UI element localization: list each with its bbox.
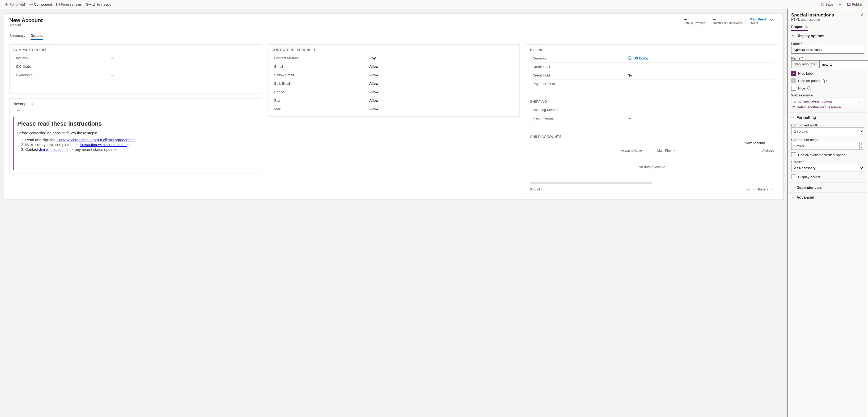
column-account-name[interactable]: Account Name↑ <box>530 149 657 153</box>
chevron-down-icon <box>791 186 795 189</box>
field-value: No <box>627 73 774 77</box>
tab-details[interactable]: Details <box>31 32 43 40</box>
grid-more-button[interactable]: ⋮ <box>768 141 774 145</box>
annual-revenue-value: --- <box>684 17 705 21</box>
field-value: Allow <box>369 82 516 86</box>
advanced-label: Advanced <box>797 195 814 199</box>
pager-first-button[interactable]: |◀ <box>746 188 749 191</box>
info-icon[interactable]: i <box>823 79 827 83</box>
owner-label: Owner <box>749 21 766 25</box>
field-fax[interactable]: FaxAllow <box>272 96 516 105</box>
publish-button[interactable]: Publish <box>845 1 865 7</box>
clients-training-link[interactable]: Interacting with clients training <box>80 142 130 147</box>
field-industry[interactable]: Industry --- <box>13 54 257 62</box>
scrolling-select[interactable]: As Necessary <box>791 164 864 172</box>
hide-label-checkbox[interactable]: ✓ Hide label <box>791 71 864 76</box>
currency-value: US Dollar <box>633 56 649 60</box>
save-label: Save <box>826 2 833 6</box>
column-address[interactable]: Address <box>715 149 774 153</box>
field-contact-method[interactable]: Contact MethodAny <box>272 54 516 62</box>
checkbox-unchecked-icon <box>791 174 796 179</box>
field-label: Mail <box>272 107 369 111</box>
field-shipping-method[interactable]: Shipping Method--- <box>530 106 774 114</box>
grid-scrollbar[interactable] <box>530 182 652 184</box>
info-icon[interactable]: i <box>807 86 811 90</box>
field-value: Any <box>369 56 516 60</box>
display-border-checkbox[interactable]: Display border <box>791 174 864 179</box>
step-down-button[interactable]: ▼ <box>860 146 864 150</box>
hide-checkbox[interactable]: Hide i <box>791 86 864 91</box>
dependencies-header[interactable]: Dependencies <box>787 183 868 192</box>
plus-icon <box>29 3 33 6</box>
tab-summary[interactable]: Summary <box>9 32 25 40</box>
field-credit-hold[interactable]: Credit HoldNo <box>530 71 774 80</box>
name-field-label: Name <box>791 56 864 60</box>
plus-icon <box>5 3 8 6</box>
web-resource-more-button[interactable]: ⋮ <box>858 99 862 103</box>
pager-next-button[interactable]: → <box>771 188 774 191</box>
billing-section: BILLING Currency $US Dollar Credit Limit… <box>526 44 778 91</box>
form-field-button[interactable]: Form field <box>3 1 27 7</box>
name-prefix: WebResource_ <box>791 60 819 68</box>
field-value: Allow <box>369 90 516 94</box>
contoso-commitment-link[interactable]: Contoso commitment to our clients agreee… <box>57 138 135 142</box>
chevron-down-icon <box>791 196 795 199</box>
field-phone[interactable]: PhoneAllow <box>272 88 516 96</box>
label-input[interactable] <box>791 46 864 54</box>
save-button[interactable]: Save <box>818 1 836 7</box>
display-options-header[interactable]: Display options <box>787 31 868 41</box>
component-height-stepper[interactable]: ▲▼ <box>791 142 864 150</box>
field-bulk-email[interactable]: Bulk EmailAllow <box>272 79 516 88</box>
chevron-up-icon <box>791 35 795 37</box>
component-width-select[interactable]: 1 column <box>791 127 864 135</box>
props-collapse-button[interactable] <box>860 12 864 16</box>
employees-value: --- <box>713 17 742 21</box>
form-settings-button[interactable]: Form settings <box>54 1 84 7</box>
owner-value[interactable]: Matt Peart <box>749 17 766 21</box>
select-another-web-resource-link[interactable]: ⇄ Select another web resource <box>791 105 864 109</box>
description-value[interactable]: --- <box>17 108 257 112</box>
formatting-header[interactable]: Formatting <box>787 113 868 122</box>
hide-label-text: Hide label <box>798 71 813 75</box>
field-value: --- <box>627 108 774 112</box>
field-payment-terms[interactable]: Payment Terms--- <box>530 80 774 88</box>
special-instructions-web-resource[interactable]: Please read these instructions Before co… <box>13 117 257 170</box>
grid-count: 0 - 0 of 0 <box>530 188 542 191</box>
company-profile-section: COMPANY PROFILE Industry --- SIC Code --… <box>9 44 261 94</box>
field-mail[interactable]: MailAllow <box>272 105 516 113</box>
field-label: Contact Method <box>272 56 369 60</box>
field-email[interactable]: EmailAllow <box>272 62 516 71</box>
field-sic-code[interactable]: SIC Code --- <box>13 62 257 71</box>
component-button[interactable]: Component <box>27 1 54 7</box>
use-all-space-checkbox[interactable]: Use all available vertical space <box>791 153 864 157</box>
grid-no-data: No data available <box>530 154 774 180</box>
header-dropdown-button[interactable] <box>768 17 774 22</box>
advanced-header[interactable]: Advanced <box>787 193 868 202</box>
field-label: Industry <box>13 56 111 60</box>
form-field-label: Form field <box>9 2 25 6</box>
jim-accounts-link[interactable]: Jim with accounts <box>39 148 68 152</box>
step-up-button[interactable]: ▲ <box>860 142 864 146</box>
new-account-button[interactable]: New Account <box>741 141 765 145</box>
column-main-phone[interactable]: Main Pho... <box>657 149 716 153</box>
checkbox-checked-icon: ✓ <box>791 71 796 76</box>
name-input[interactable] <box>819 60 868 68</box>
component-height-label: Component height <box>791 138 864 142</box>
pager-prev-button[interactable]: ← <box>752 188 755 191</box>
description-title: Description <box>13 102 257 106</box>
field-follow-email[interactable]: Follow EmailAllow <box>272 71 516 79</box>
component-width-label: Component width <box>791 123 864 127</box>
field-currency[interactable]: Currency $US Dollar <box>530 54 774 63</box>
contact-prefs-title: CONTACT PREFERENCES <box>272 48 516 52</box>
save-dropdown-button[interactable] <box>837 2 843 7</box>
properties-tab[interactable]: Properties <box>791 23 808 31</box>
field-credit-limit[interactable]: Credit Limit--- <box>530 63 774 71</box>
hide-on-phone-checkbox[interactable]: ✓ Hide on phone i <box>791 78 864 83</box>
switch-classic-button[interactable]: Switch to classic <box>84 1 114 7</box>
shipping-section: SHIPPING Shipping Method--- Freight Term… <box>526 96 778 126</box>
component-height-input[interactable] <box>791 142 859 150</box>
field-freight-terms[interactable]: Freight Terms--- <box>530 114 774 123</box>
web-resource-lookup[interactable]: crfb6_special-instructions ⋮ <box>791 97 864 105</box>
field-label: Currency <box>530 56 627 60</box>
field-ownership[interactable]: Ownership --- <box>13 71 257 79</box>
